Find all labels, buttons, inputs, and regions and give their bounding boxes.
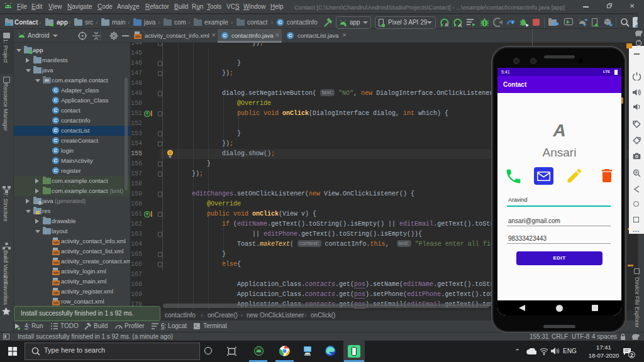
svg-text:A: A: [458, 23, 462, 27]
